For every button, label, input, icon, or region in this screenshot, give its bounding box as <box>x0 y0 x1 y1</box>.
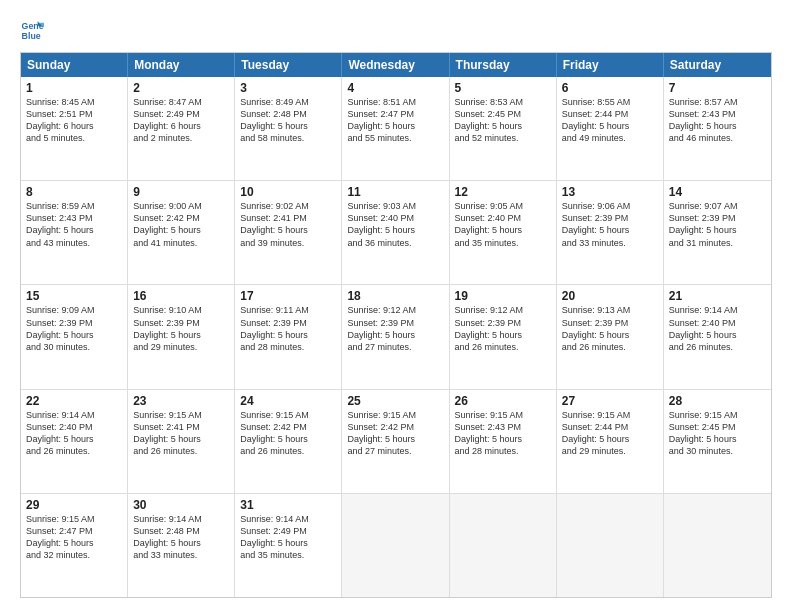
day-number: 25 <box>347 394 443 408</box>
day-content: Sunrise: 8:53 AMSunset: 2:45 PMDaylight:… <box>455 96 551 145</box>
calendar-day-15: 15Sunrise: 9:09 AMSunset: 2:39 PMDayligh… <box>21 285 128 388</box>
day-content: Sunrise: 9:14 AMSunset: 2:40 PMDaylight:… <box>26 409 122 458</box>
day-content: Sunrise: 8:59 AMSunset: 2:43 PMDaylight:… <box>26 200 122 249</box>
calendar-week-1: 1Sunrise: 8:45 AMSunset: 2:51 PMDaylight… <box>21 77 771 181</box>
day-number: 4 <box>347 81 443 95</box>
calendar-day-13: 13Sunrise: 9:06 AMSunset: 2:39 PMDayligh… <box>557 181 664 284</box>
day-content: Sunrise: 9:12 AMSunset: 2:39 PMDaylight:… <box>455 304 551 353</box>
calendar-day-8: 8Sunrise: 8:59 AMSunset: 2:43 PMDaylight… <box>21 181 128 284</box>
day-number: 1 <box>26 81 122 95</box>
day-content: Sunrise: 9:15 AMSunset: 2:41 PMDaylight:… <box>133 409 229 458</box>
calendar-body: 1Sunrise: 8:45 AMSunset: 2:51 PMDaylight… <box>21 77 771 597</box>
calendar-day-24: 24Sunrise: 9:15 AMSunset: 2:42 PMDayligh… <box>235 390 342 493</box>
day-number: 14 <box>669 185 766 199</box>
day-number: 8 <box>26 185 122 199</box>
day-content: Sunrise: 9:15 AMSunset: 2:47 PMDaylight:… <box>26 513 122 562</box>
day-number: 23 <box>133 394 229 408</box>
day-number: 10 <box>240 185 336 199</box>
day-number: 7 <box>669 81 766 95</box>
svg-text:Blue: Blue <box>22 31 41 41</box>
day-content: Sunrise: 9:14 AMSunset: 2:48 PMDaylight:… <box>133 513 229 562</box>
calendar-day-4: 4Sunrise: 8:51 AMSunset: 2:47 PMDaylight… <box>342 77 449 180</box>
day-number: 26 <box>455 394 551 408</box>
calendar-day-25: 25Sunrise: 9:15 AMSunset: 2:42 PMDayligh… <box>342 390 449 493</box>
calendar-day-20: 20Sunrise: 9:13 AMSunset: 2:39 PMDayligh… <box>557 285 664 388</box>
day-content: Sunrise: 9:13 AMSunset: 2:39 PMDaylight:… <box>562 304 658 353</box>
day-content: Sunrise: 9:10 AMSunset: 2:39 PMDaylight:… <box>133 304 229 353</box>
calendar-week-2: 8Sunrise: 8:59 AMSunset: 2:43 PMDaylight… <box>21 181 771 285</box>
day-number: 19 <box>455 289 551 303</box>
calendar-day-30: 30Sunrise: 9:14 AMSunset: 2:48 PMDayligh… <box>128 494 235 597</box>
day-number: 9 <box>133 185 229 199</box>
calendar-day-3: 3Sunrise: 8:49 AMSunset: 2:48 PMDaylight… <box>235 77 342 180</box>
calendar-day-6: 6Sunrise: 8:55 AMSunset: 2:44 PMDaylight… <box>557 77 664 180</box>
day-number: 31 <box>240 498 336 512</box>
calendar-day-18: 18Sunrise: 9:12 AMSunset: 2:39 PMDayligh… <box>342 285 449 388</box>
calendar-week-3: 15Sunrise: 9:09 AMSunset: 2:39 PMDayligh… <box>21 285 771 389</box>
calendar-day-21: 21Sunrise: 9:14 AMSunset: 2:40 PMDayligh… <box>664 285 771 388</box>
day-content: Sunrise: 9:14 AMSunset: 2:49 PMDaylight:… <box>240 513 336 562</box>
day-content: Sunrise: 9:11 AMSunset: 2:39 PMDaylight:… <box>240 304 336 353</box>
calendar-day-17: 17Sunrise: 9:11 AMSunset: 2:39 PMDayligh… <box>235 285 342 388</box>
logo-icon: General Blue <box>20 18 44 42</box>
day-header-monday: Monday <box>128 53 235 77</box>
day-content: Sunrise: 9:06 AMSunset: 2:39 PMDaylight:… <box>562 200 658 249</box>
calendar-day-empty <box>342 494 449 597</box>
day-number: 3 <box>240 81 336 95</box>
calendar-day-1: 1Sunrise: 8:45 AMSunset: 2:51 PMDaylight… <box>21 77 128 180</box>
day-content: Sunrise: 9:05 AMSunset: 2:40 PMDaylight:… <box>455 200 551 249</box>
day-content: Sunrise: 9:14 AMSunset: 2:40 PMDaylight:… <box>669 304 766 353</box>
day-header-friday: Friday <box>557 53 664 77</box>
calendar-day-16: 16Sunrise: 9:10 AMSunset: 2:39 PMDayligh… <box>128 285 235 388</box>
day-number: 13 <box>562 185 658 199</box>
day-header-thursday: Thursday <box>450 53 557 77</box>
day-content: Sunrise: 9:07 AMSunset: 2:39 PMDaylight:… <box>669 200 766 249</box>
calendar-page: General Blue SundayMondayTuesdayWednesda… <box>0 0 792 612</box>
day-content: Sunrise: 9:15 AMSunset: 2:44 PMDaylight:… <box>562 409 658 458</box>
calendar-day-11: 11Sunrise: 9:03 AMSunset: 2:40 PMDayligh… <box>342 181 449 284</box>
day-header-tuesday: Tuesday <box>235 53 342 77</box>
day-number: 18 <box>347 289 443 303</box>
day-header-saturday: Saturday <box>664 53 771 77</box>
calendar-day-26: 26Sunrise: 9:15 AMSunset: 2:43 PMDayligh… <box>450 390 557 493</box>
calendar-day-28: 28Sunrise: 9:15 AMSunset: 2:45 PMDayligh… <box>664 390 771 493</box>
calendar-day-23: 23Sunrise: 9:15 AMSunset: 2:41 PMDayligh… <box>128 390 235 493</box>
day-content: Sunrise: 8:57 AMSunset: 2:43 PMDaylight:… <box>669 96 766 145</box>
day-content: Sunrise: 8:47 AMSunset: 2:49 PMDaylight:… <box>133 96 229 145</box>
day-number: 2 <box>133 81 229 95</box>
day-content: Sunrise: 9:15 AMSunset: 2:45 PMDaylight:… <box>669 409 766 458</box>
calendar-week-5: 29Sunrise: 9:15 AMSunset: 2:47 PMDayligh… <box>21 494 771 597</box>
day-content: Sunrise: 9:02 AMSunset: 2:41 PMDaylight:… <box>240 200 336 249</box>
day-number: 20 <box>562 289 658 303</box>
day-number: 30 <box>133 498 229 512</box>
day-number: 21 <box>669 289 766 303</box>
day-content: Sunrise: 8:55 AMSunset: 2:44 PMDaylight:… <box>562 96 658 145</box>
calendar-grid: SundayMondayTuesdayWednesdayThursdayFrid… <box>20 52 772 598</box>
calendar-day-9: 9Sunrise: 9:00 AMSunset: 2:42 PMDaylight… <box>128 181 235 284</box>
day-number: 11 <box>347 185 443 199</box>
calendar-day-empty <box>664 494 771 597</box>
day-content: Sunrise: 8:49 AMSunset: 2:48 PMDaylight:… <box>240 96 336 145</box>
day-number: 29 <box>26 498 122 512</box>
day-content: Sunrise: 9:09 AMSunset: 2:39 PMDaylight:… <box>26 304 122 353</box>
day-number: 6 <box>562 81 658 95</box>
day-number: 28 <box>669 394 766 408</box>
day-number: 17 <box>240 289 336 303</box>
day-content: Sunrise: 9:03 AMSunset: 2:40 PMDaylight:… <box>347 200 443 249</box>
day-number: 12 <box>455 185 551 199</box>
day-content: Sunrise: 8:51 AMSunset: 2:47 PMDaylight:… <box>347 96 443 145</box>
day-number: 22 <box>26 394 122 408</box>
day-number: 27 <box>562 394 658 408</box>
calendar-day-19: 19Sunrise: 9:12 AMSunset: 2:39 PMDayligh… <box>450 285 557 388</box>
calendar-header-row: SundayMondayTuesdayWednesdayThursdayFrid… <box>21 53 771 77</box>
day-content: Sunrise: 9:00 AMSunset: 2:42 PMDaylight:… <box>133 200 229 249</box>
day-number: 5 <box>455 81 551 95</box>
day-number: 16 <box>133 289 229 303</box>
calendar-day-5: 5Sunrise: 8:53 AMSunset: 2:45 PMDaylight… <box>450 77 557 180</box>
day-content: Sunrise: 9:15 AMSunset: 2:43 PMDaylight:… <box>455 409 551 458</box>
day-content: Sunrise: 9:12 AMSunset: 2:39 PMDaylight:… <box>347 304 443 353</box>
day-content: Sunrise: 9:15 AMSunset: 2:42 PMDaylight:… <box>347 409 443 458</box>
calendar-day-empty <box>450 494 557 597</box>
day-number: 24 <box>240 394 336 408</box>
svg-text:General: General <box>22 21 44 31</box>
